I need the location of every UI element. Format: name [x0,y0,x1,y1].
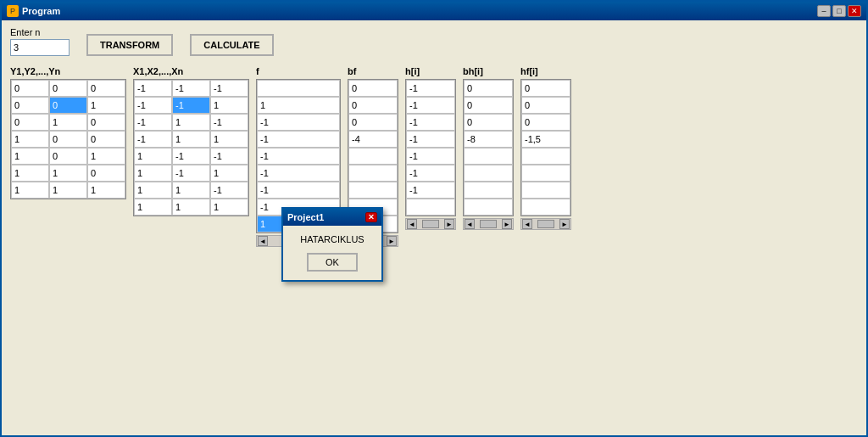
x-cell[interactable]: 1 [172,182,210,199]
hfi-cell[interactable] [521,199,570,216]
n-input[interactable] [10,39,70,56]
y-cell[interactable]: 1 [87,182,125,199]
f-cell[interactable] [257,80,340,97]
y-cell[interactable]: 1 [11,165,49,182]
y-cell[interactable]: 1 [49,165,87,182]
x-cell[interactable]: -1 [172,148,210,165]
x-cell[interactable]: 1 [172,131,210,148]
maximize-button[interactable]: □ [832,5,846,17]
y-cell[interactable]: 1 [87,97,125,114]
bhi-cell[interactable] [464,199,513,216]
y-cell[interactable]: 1 [11,131,49,148]
hfi-cell[interactable]: -1,5 [521,131,570,148]
y-cell[interactable]: 0 [49,80,87,97]
y-cell[interactable]: 0 [11,97,49,114]
x-cell[interactable]: 1 [172,114,210,131]
x-cell[interactable]: -1 [210,80,248,97]
bhi-cell[interactable] [464,182,513,199]
scroll-left[interactable]: ◄ [258,236,268,246]
scroll-thumb[interactable] [537,220,554,228]
x-cell[interactable]: -1 [134,97,172,114]
scroll-right[interactable]: ► [559,219,570,229]
y-cell[interactable]: 0 [11,114,49,131]
y-cell[interactable]: 0 [87,165,125,182]
bf-cell[interactable] [348,182,398,199]
hi-cell[interactable]: -1 [406,165,455,182]
x-cell[interactable]: 1 [172,199,210,216]
bhi-cell[interactable] [464,148,513,165]
y-cell[interactable]: 1 [11,148,49,165]
y-cell[interactable]: 0 [87,114,125,131]
scroll-thumb[interactable] [422,220,439,228]
modal-ok-button[interactable]: OK [307,253,358,272]
calculate-button[interactable]: CALCULATE [190,34,273,56]
scroll-right[interactable]: ► [502,219,512,229]
x-cell[interactable]: 1 [134,148,172,165]
hfi-cell[interactable]: 0 [521,97,570,114]
bf-cell[interactable]: -4 [348,131,398,148]
hi-cell[interactable]: -1 [406,80,455,97]
y-cell[interactable]: 0 [87,80,125,97]
y-cell[interactable]: 0 [49,131,87,148]
bhi-cell[interactable]: 0 [464,97,513,114]
x-cell[interactable]: -1 [210,114,248,131]
hi-cell[interactable]: -1 [406,182,455,199]
hfi-cell[interactable]: 0 [521,114,570,131]
y-cell[interactable]: 0 [49,148,87,165]
hi-cell[interactable] [406,199,455,216]
x-cell[interactable]: -1 [172,80,210,97]
hfi-scrollbar[interactable]: ◄ ► [520,218,571,230]
y-cell[interactable]: 1 [49,114,87,131]
x-cell[interactable]: -1 [134,114,172,131]
minimize-button[interactable]: – [817,5,831,17]
bf-cell[interactable]: 0 [348,97,398,114]
bf-cell[interactable]: 0 [348,114,398,131]
x-cell[interactable]: 1 [210,97,248,114]
f-cell[interactable]: -1 [257,165,340,182]
bhi-cell[interactable]: 0 [464,80,513,97]
x-cell[interactable]: -1 [172,97,210,114]
scroll-left[interactable]: ◄ [465,219,475,229]
bf-cell[interactable] [348,148,398,165]
f-cell[interactable]: -1 [257,131,340,148]
x-cell[interactable]: -1 [210,182,248,199]
x-cell[interactable]: -1 [172,165,210,182]
bf-cell[interactable] [348,165,398,182]
transform-button[interactable]: TRANSFORM [86,34,173,56]
x-cell[interactable]: 1 [134,165,172,182]
y-cell[interactable]: 1 [87,148,125,165]
bhi-cell[interactable]: -8 [464,131,513,148]
x-cell[interactable]: 1 [210,199,248,216]
scroll-thumb[interactable] [480,220,497,228]
x-cell[interactable]: 1 [134,199,172,216]
hi-cell[interactable]: -1 [406,131,455,148]
f-cell[interactable]: -1 [257,148,340,165]
hi-cell[interactable]: -1 [406,114,455,131]
hfi-cell[interactable] [521,165,570,182]
x-cell[interactable]: -1 [134,131,172,148]
hi-cell[interactable]: -1 [406,148,455,165]
x-cell[interactable]: -1 [210,148,248,165]
x-cell[interactable]: 1 [210,165,248,182]
bf-cell[interactable]: 0 [348,80,398,97]
bhi-cell[interactable] [464,165,513,182]
scroll-left[interactable]: ◄ [522,219,532,229]
y-cell[interactable]: 0 [11,80,49,97]
hfi-cell[interactable] [521,182,570,199]
x-cell[interactable]: -1 [134,80,172,97]
f-cell[interactable]: -1 [257,114,340,131]
scroll-right[interactable]: ► [444,219,454,229]
modal-close-button[interactable]: ✕ [365,212,377,222]
bhi-scrollbar[interactable]: ◄ ► [463,218,514,230]
scroll-right[interactable]: ► [387,236,397,246]
y-cell[interactable]: 1 [49,182,87,199]
hfi-cell[interactable] [521,148,570,165]
hi-scrollbar[interactable]: ◄ ► [405,218,456,230]
bhi-cell[interactable]: 0 [464,114,513,131]
hi-cell[interactable]: -1 [406,97,455,114]
x-cell[interactable]: 1 [210,131,248,148]
close-button[interactable]: ✕ [848,5,861,17]
scroll-left[interactable]: ◄ [407,219,417,229]
y-cell[interactable]: 1 [11,182,49,199]
f-cell[interactable]: 1 [257,97,340,114]
